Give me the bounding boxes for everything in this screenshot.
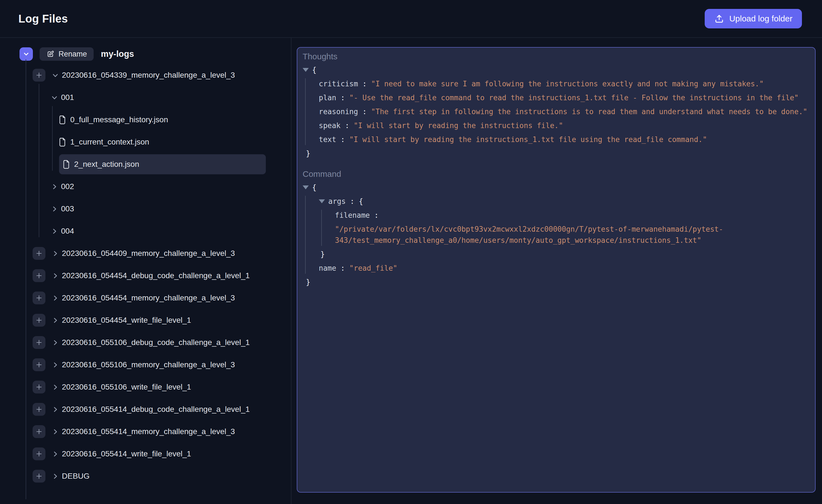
json-viewer-panel: Thoughts {criticism : "I need to make su… [297,47,816,493]
tree-item-folder[interactable]: 20230616_054454_write_file_level_1 [0,309,291,331]
expand-plus-button[interactable] [33,292,45,304]
json-key: plan [319,92,336,103]
tree-item-selected: 2_next_action.json [59,154,266,174]
tree-item-content: 20230616_055106_write_file_level_1 [52,383,191,392]
json-group: args : {filename :"/private/var/folders/… [305,196,808,274]
expand-plus-button[interactable] [33,403,45,416]
collapse-triangle-icon[interactable] [303,185,309,189]
json-key: criticism [319,78,358,89]
json-separator: : [341,120,354,131]
upload-log-folder-button[interactable]: Upload log folder [705,9,802,28]
chevron-right-icon[interactable] [51,183,58,190]
tree-item-folder[interactable]: 002 [0,175,291,198]
tree-item-content: 20230616_055414_write_file_level_1 [52,449,191,458]
json-key: filename [335,210,370,221]
chevron-down-icon[interactable] [52,72,59,79]
tree-item-content: 002 [51,182,74,191]
tree-item-label: 20230616_054409_memory_challenge_a_level… [62,249,235,258]
json-group: filename :"/private/var/folders/lx/cvc0b… [321,210,808,246]
json-separator: : [336,134,349,145]
json-line: name : "read_file" [319,263,808,274]
expand-plus-button[interactable] [33,314,45,327]
file-icon [63,160,70,169]
tree-item-folder[interactable]: 003 [0,198,291,220]
tree-item-folder[interactable]: 20230616_055106_memory_challenge_a_level… [0,354,291,376]
collapse-triangle-icon[interactable] [319,199,325,203]
json-separator: : [346,196,359,207]
tree-item-folder[interactable]: DEBUG [0,465,291,487]
tree-item-content: 20230616_054339_memory_challenge_a_level… [52,71,235,80]
json-group: criticism : "I need to make sure I am fo… [305,78,808,145]
json-key: speak [319,120,341,131]
tree-item-folder[interactable]: 001 [0,86,291,109]
tree-item-folder[interactable]: 20230616_055106_write_file_level_1 [0,376,291,398]
tree-item-folder[interactable]: 20230616_055106_debug_code_challenge_a_l… [0,331,291,354]
chevron-right-icon[interactable] [52,473,59,480]
rename-button[interactable]: Rename [40,47,94,61]
chevron-right-icon[interactable] [52,450,59,458]
root-collapse-button[interactable] [19,47,33,61]
tree-item-folder[interactable]: 20230616_055414_write_file_level_1 [0,443,291,465]
json-line: args : { [319,196,808,207]
tree-item-label: 20230616_054454_memory_challenge_a_level… [62,293,235,302]
file-icon [59,116,67,124]
tree-item-folder[interactable]: 20230616_055414_memory_challenge_a_level… [0,420,291,443]
chevron-right-icon[interactable] [52,406,59,413]
json-line: } [303,148,808,159]
tree-item-content: 001 [51,93,74,102]
command-section: Command {args : {filename :"/private/var… [303,169,808,288]
expand-plus-button[interactable] [33,470,45,483]
page-title: Log Files [18,13,68,25]
expand-plus-button[interactable] [33,336,45,349]
json-line: text : "I will start by reading the inst… [319,134,808,145]
json-line: { [303,64,808,75]
tree-item-content: 0_full_message_history.json [59,115,168,124]
tree-item-content: 004 [51,227,74,236]
chevron-right-icon[interactable] [51,227,58,235]
chevron-right-icon[interactable] [52,272,59,280]
json-separator: : [336,263,349,274]
tree-item-label: 1_current_context.json [70,138,149,146]
expand-plus-button[interactable] [33,269,45,282]
tree-item-content: 1_current_context.json [59,138,149,146]
json-line: { [303,182,808,193]
json-separator: : [370,210,378,221]
tree-item-folder[interactable]: 20230616_054339_memory_challenge_a_level… [0,64,291,86]
expand-plus-button[interactable] [33,381,45,393]
file-icon [59,138,67,146]
tree-item-folder[interactable]: 20230616_054409_memory_challenge_a_level… [0,242,291,265]
collapse-triangle-icon[interactable] [303,68,309,72]
tree-item-content: 20230616_054454_memory_challenge_a_level… [52,293,235,302]
chevron-right-icon[interactable] [52,383,59,391]
tree-item-folder[interactable]: 20230616_054454_debug_code_challenge_a_l… [0,265,291,287]
chevron-right-icon[interactable] [52,339,59,346]
expand-plus-button[interactable] [33,247,45,260]
thoughts-section-title: Thoughts [303,52,808,62]
json-brace: { [312,182,317,193]
app-header: Log Files Upload log folder [0,0,822,38]
tree-item-folder[interactable]: 004 [0,220,291,242]
tree-item-file[interactable]: 1_current_context.json [0,131,291,153]
tree-item-file[interactable]: 2_next_action.json [0,153,291,175]
chevron-right-icon[interactable] [52,250,59,257]
tree-item-file[interactable]: 0_full_message_history.json [0,109,291,131]
chevron-right-icon[interactable] [52,317,59,324]
expand-plus-button[interactable] [33,69,45,82]
tree-item-folder[interactable]: 20230616_055414_debug_code_challenge_a_l… [0,398,291,420]
tree-item-folder[interactable]: 20230616_054454_memory_challenge_a_level… [0,287,291,309]
tree-item-label: 20230616_054454_debug_code_challenge_a_l… [62,271,250,280]
chevron-right-icon[interactable] [52,294,59,302]
json-brace: { [359,196,363,207]
root-folder-name: my-logs [101,49,134,59]
tree-item-label: 001 [61,93,74,102]
chevron-right-icon[interactable] [52,428,59,436]
chevron-right-icon[interactable] [51,205,58,213]
json-line: filename : [335,210,808,221]
chevron-right-icon[interactable] [52,361,59,369]
expand-plus-button[interactable] [33,425,45,438]
expand-plus-button[interactable] [33,358,45,371]
json-line: reasoning : "The first step in following… [319,106,808,117]
chevron-down-icon[interactable] [51,94,58,101]
expand-plus-button[interactable] [33,447,45,460]
thoughts-json-tree: {criticism : "I need to make sure I am f… [303,64,808,159]
